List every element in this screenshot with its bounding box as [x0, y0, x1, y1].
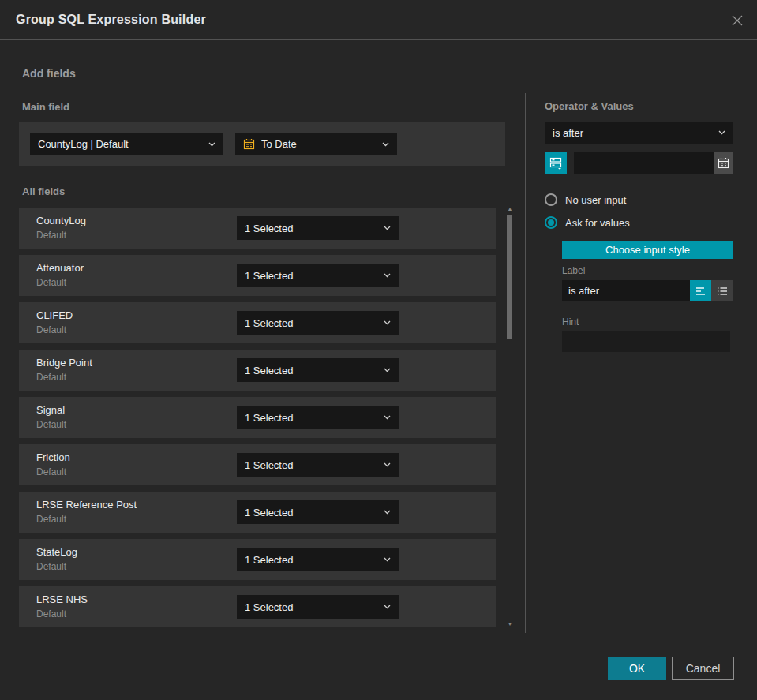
- field-values-dropdown[interactable]: 1 Selected: [237, 311, 399, 335]
- field-row: Attenuator Default 1 Selected: [19, 255, 496, 296]
- fields-scrollbar: ▲ ▼: [506, 204, 514, 630]
- close-icon[interactable]: [729, 12, 746, 29]
- field-values-dropdown-value: 1 Selected: [245, 601, 379, 613]
- field-source: Default: [36, 608, 66, 620]
- field-name: LRSE NHS: [36, 593, 88, 605]
- scroll-down-arrow[interactable]: ▼: [507, 622, 513, 627]
- hint-caption: Hint: [562, 316, 579, 328]
- main-field-date-value: To Date: [261, 138, 377, 150]
- field-source: Default: [36, 324, 66, 335]
- field-values-dropdown-value: 1 Selected: [245, 459, 379, 471]
- value-input[interactable]: [574, 152, 714, 174]
- radio-circle-icon: [545, 193, 557, 206]
- chevron-down-icon: [718, 130, 725, 135]
- main-field-label: Main field: [22, 101, 69, 113]
- chevron-down-icon: [384, 320, 391, 325]
- add-fields-heading: Add fields: [22, 67, 76, 80]
- field-source: Default: [36, 277, 66, 288]
- field-values-dropdown-value: 1 Selected: [245, 412, 379, 424]
- calendar-icon: [718, 157, 729, 169]
- input-fields-icon: [549, 156, 563, 170]
- field-values-dropdown[interactable]: 1 Selected: [237, 500, 399, 524]
- radio-no-user-input[interactable]: No user input: [545, 193, 626, 206]
- field-values-dropdown[interactable]: 1 Selected: [237, 595, 399, 619]
- field-name: Attenuator: [36, 262, 84, 274]
- chevron-down-icon: [384, 510, 391, 515]
- field-values-dropdown[interactable]: 1 Selected: [237, 406, 399, 429]
- field-values-dropdown-value: 1 Selected: [245, 223, 379, 234]
- field-row: CLIFED Default 1 Selected: [19, 302, 496, 343]
- field-source: Default: [36, 419, 66, 430]
- field-row: StateLog Default 1 Selected: [19, 539, 496, 580]
- field-name: CountyLog: [36, 215, 86, 226]
- radio-ask-for-values[interactable]: Ask for values: [545, 216, 630, 229]
- field-values-dropdown-value: 1 Selected: [245, 554, 379, 566]
- scrollbar-thumb[interactable]: [507, 215, 512, 339]
- chevron-down-icon: [384, 557, 391, 562]
- choose-input-style-button[interactable]: Choose input style: [562, 241, 733, 259]
- field-row: Bridge Point Default 1 Selected: [19, 350, 496, 391]
- field-values-dropdown-value: 1 Selected: [245, 317, 379, 329]
- field-values-dropdown-value: 1 Selected: [245, 365, 379, 376]
- field-name: LRSE Reference Post: [36, 499, 137, 511]
- chevron-down-icon: [382, 142, 389, 147]
- cancel-button[interactable]: Cancel: [672, 657, 734, 680]
- scroll-up-arrow[interactable]: ▲: [507, 207, 513, 211]
- hint-input[interactable]: [562, 331, 730, 352]
- operator-select-value: is after: [553, 127, 714, 139]
- value-type-button[interactable]: [545, 152, 567, 174]
- radio-ask-for-values-label: Ask for values: [565, 217, 630, 229]
- field-values-dropdown[interactable]: 1 Selected: [237, 548, 399, 571]
- field-values-dropdown[interactable]: 1 Selected: [237, 216, 399, 240]
- dialog-titlebar: Group SQL Expression Builder: [0, 0, 757, 40]
- chevron-down-icon: [384, 605, 391, 609]
- field-row: Friction Default 1 Selected: [19, 444, 496, 485]
- main-field-select[interactable]: CountyLog | Default: [30, 133, 223, 155]
- field-name: Signal: [36, 404, 65, 416]
- field-name: StateLog: [36, 546, 77, 558]
- field-values-dropdown-value: 1 Selected: [245, 507, 379, 518]
- label-caption: Label: [562, 265, 585, 276]
- operator-values-heading: Operator & Values: [545, 100, 634, 112]
- chevron-down-icon: [384, 462, 391, 467]
- field-row: LRSE NHS Default 1 Selected: [19, 586, 496, 627]
- field-row: LRSE Reference Post Default 1 Selected: [19, 492, 496, 533]
- all-fields-list: CountyLog Default 1 Selected Attenuator …: [19, 208, 496, 634]
- field-source: Default: [36, 230, 66, 241]
- radio-selected-icon: [545, 216, 557, 229]
- field-source: Default: [36, 372, 66, 383]
- chevron-down-icon: [384, 415, 391, 420]
- all-fields-label: All fields: [22, 185, 65, 197]
- main-field-select-value: CountyLog | Default: [38, 138, 204, 150]
- field-source: Default: [36, 561, 66, 572]
- label-input[interactable]: [562, 280, 690, 301]
- field-row: CountyLog Default 1 Selected: [19, 208, 496, 249]
- panel-divider: [525, 93, 526, 633]
- date-picker-button[interactable]: [714, 152, 733, 174]
- field-name: CLIFED: [36, 309, 73, 321]
- group-sql-expression-builder-dialog: Group SQL Expression Builder Add fields …: [0, 0, 757, 700]
- field-source: Default: [36, 514, 66, 525]
- chevron-down-icon: [384, 368, 391, 372]
- radio-no-user-input-label: No user input: [565, 194, 626, 206]
- field-name: Friction: [36, 451, 70, 463]
- operator-select[interactable]: is after: [545, 122, 733, 144]
- field-values-dropdown[interactable]: 1 Selected: [237, 453, 399, 477]
- field-values-dropdown[interactable]: 1 Selected: [237, 264, 399, 287]
- chevron-down-icon: [208, 142, 215, 147]
- main-field-panel: CountyLog | Default To Date: [19, 122, 505, 166]
- chevron-down-icon: [384, 273, 391, 278]
- field-row: Signal Default 1 Selected: [19, 397, 496, 438]
- bulleted-list-icon: [717, 286, 728, 296]
- main-field-date-select[interactable]: To Date: [235, 133, 397, 155]
- ok-button[interactable]: OK: [608, 657, 666, 680]
- single-line-style-button[interactable]: [690, 280, 711, 301]
- field-values-dropdown-value: 1 Selected: [245, 270, 379, 282]
- field-name: Bridge Point: [36, 357, 92, 369]
- field-source: Default: [36, 466, 66, 477]
- field-values-dropdown[interactable]: 1 Selected: [237, 358, 399, 382]
- dialog-title: Group SQL Expression Builder: [16, 13, 206, 27]
- align-left-icon: [695, 286, 706, 296]
- calendar-icon: [243, 138, 255, 150]
- list-style-button[interactable]: [711, 280, 733, 301]
